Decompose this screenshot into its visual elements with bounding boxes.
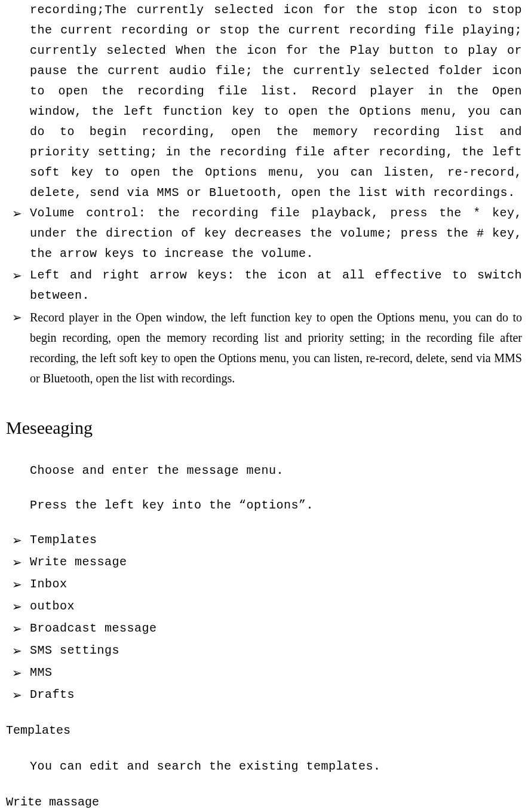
messaging-options-list: Templates Write message Inbox outbox Bro…	[6, 530, 522, 705]
list-item: Record player in the Open window, the le…	[6, 307, 522, 388]
list-item: outbox	[6, 596, 522, 617]
messaging-intro-2: Press the left key into the “options”.	[6, 495, 522, 516]
top-paragraph: recording;The currently selected icon fo…	[6, 0, 522, 203]
list-item: Write message	[6, 552, 522, 572]
list-item: Inbox	[6, 574, 522, 595]
messaging-intro-1: Choose and enter the message menu.	[6, 461, 522, 481]
list-item: SMS settings	[6, 641, 522, 661]
list-item: Volume control: the recording file playb…	[6, 203, 522, 264]
list-item: Templates	[6, 530, 522, 550]
messaging-heading: Meseeaging	[6, 412, 522, 443]
list-item: Left and right arrow keys: the icon at a…	[6, 265, 522, 306]
write-message-subheading: Write massage	[6, 792, 522, 812]
list-item: Drafts	[6, 685, 522, 705]
templates-body: You can edit and search the existing tem…	[6, 756, 522, 777]
templates-subheading: Templates	[6, 721, 522, 741]
recorder-bullet-list: Volume control: the recording file playb…	[6, 203, 522, 388]
list-item: MMS	[6, 663, 522, 683]
document-body: recording;The currently selected icon fo…	[0, 0, 528, 812]
list-item: Broadcast message	[6, 618, 522, 639]
